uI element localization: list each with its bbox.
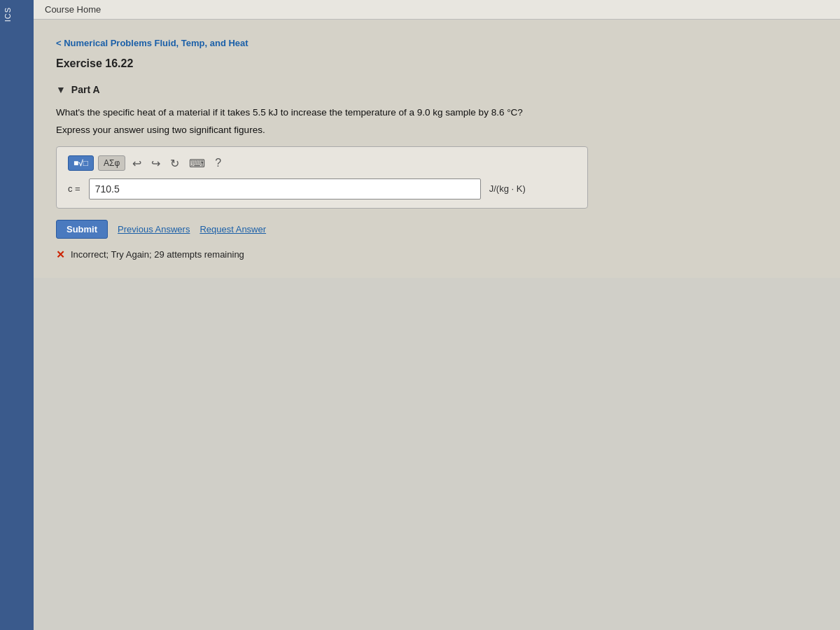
- unit-label: J/(kg · K): [489, 183, 526, 194]
- request-answer-link[interactable]: Request Answer: [200, 224, 266, 234]
- previous-answers-link[interactable]: Previous Answers: [118, 224, 190, 234]
- undo-button[interactable]: ↩: [130, 155, 144, 172]
- feedback-row: ✕ Incorrect; Try Again; 29 attempts rema…: [56, 248, 818, 261]
- submit-row: Submit Previous Answers Request Answer: [56, 220, 818, 239]
- refresh-button[interactable]: ↻: [167, 155, 182, 172]
- course-home-link[interactable]: Course Home: [45, 4, 101, 15]
- incorrect-icon: ✕: [56, 248, 65, 261]
- part-label: Part A: [71, 84, 100, 95]
- toolbar-row: ■√□ ΑΣφ ↩ ↪ ↻ ⌨ ?: [68, 155, 576, 172]
- redo-button[interactable]: ↪: [148, 155, 163, 172]
- top-nav: Course Home: [34, 0, 840, 20]
- breadcrumb-link[interactable]: < Numerical Problems Fluid, Temp, and He…: [56, 38, 248, 48]
- feedback-text: Incorrect; Try Again; 29 attempts remain…: [71, 249, 244, 260]
- part-expand-icon[interactable]: ▼: [56, 84, 66, 95]
- answer-input[interactable]: [89, 178, 481, 200]
- submit-button[interactable]: Submit: [56, 220, 108, 239]
- question-line1: What's the specific heat of a material i…: [56, 105, 818, 120]
- variable-label: c =: [68, 183, 80, 194]
- question-line2: Express your answer using two significan…: [56, 125, 818, 135]
- input-row: c = J/(kg · K): [68, 178, 576, 200]
- symbol-button[interactable]: ΑΣφ: [98, 155, 125, 171]
- part-header: ▼ Part A: [56, 84, 818, 95]
- part-section: ▼ Part A What's the specific heat of a m…: [56, 84, 818, 261]
- answer-container: ■√□ ΑΣφ ↩ ↪ ↻ ⌨ ? c = J/(kg · K): [56, 146, 588, 209]
- keyboard-button[interactable]: ⌨: [186, 155, 208, 172]
- sidebar-label: ICS: [0, 0, 15, 29]
- content-area: < Numerical Problems Fluid, Temp, and He…: [34, 20, 840, 278]
- exercise-title: Exercise 16.22: [56, 57, 818, 70]
- sidebar: ICS: [0, 0, 34, 630]
- matrix-sqrt-button[interactable]: ■√□: [68, 155, 94, 171]
- help-button[interactable]: ?: [212, 155, 224, 171]
- main-content: Course Home < Numerical Problems Fluid, …: [34, 0, 840, 630]
